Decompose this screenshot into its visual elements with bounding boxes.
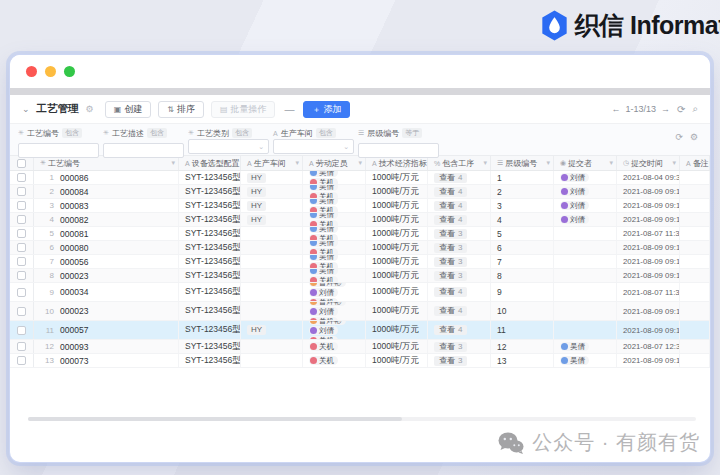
- column-header-note[interactable]: A 备注: [680, 156, 710, 170]
- filter-level-number-input[interactable]: [358, 143, 439, 158]
- select-all-checkbox[interactable]: [17, 159, 26, 168]
- table-row[interactable]: 13000073 SYT-123456型车床 关机 1000吨/万元 查看3 1…: [10, 354, 710, 368]
- row-checkbox[interactable]: [17, 201, 26, 210]
- cell-process-code[interactable]: 11000057: [34, 321, 179, 339]
- row-checkbox[interactable]: [17, 215, 26, 224]
- cell-procedures[interactable]: 查看3: [428, 241, 491, 254]
- cell-submitter[interactable]: [554, 241, 617, 254]
- view-procedures-button[interactable]: 查看4: [434, 173, 467, 183]
- column-menu-icon[interactable]: ▾: [483, 159, 487, 167]
- cell-device-config[interactable]: SYT-123456型车床: [179, 227, 241, 240]
- cell-workshop[interactable]: [241, 255, 303, 268]
- column-menu-icon[interactable]: ▾: [171, 159, 175, 167]
- cell-staff[interactable]: 吴倩关机: [303, 213, 366, 226]
- cell-submitter[interactable]: 刘倩: [554, 199, 617, 212]
- view-procedures-button[interactable]: 查看3: [434, 342, 467, 352]
- column-header-indicator[interactable]: A 技术经济指标 ▾: [366, 156, 428, 170]
- add-record-button[interactable]: ＋ 添加: [303, 101, 350, 118]
- cell-process-code[interactable]: 13000073: [34, 354, 179, 367]
- scrollbar-thumb[interactable]: [28, 417, 402, 421]
- table-row[interactable]: 11000057 SYT-123456型车床 HY 曾烨彬刘倩关机 1000吨/…: [10, 321, 710, 340]
- cell-submitter[interactable]: 刘倩: [554, 213, 617, 226]
- maximize-window-button[interactable]: [64, 66, 75, 77]
- column-menu-icon[interactable]: ▾: [609, 159, 613, 167]
- cell-device-config[interactable]: SYT-123456型车床: [179, 185, 241, 198]
- filter-operator-badge[interactable]: 包含: [147, 128, 167, 138]
- cell-device-config[interactable]: SYT-123456型车床: [179, 302, 241, 320]
- cell-staff[interactable]: 曾烨彬刘倩关机: [303, 302, 366, 320]
- cell-note[interactable]: [680, 354, 710, 367]
- cell-submitter[interactable]: 刘倩: [554, 185, 617, 198]
- cell-submit-time[interactable]: 2021-08-07 11:32:18: [617, 227, 680, 240]
- row-checkbox[interactable]: [17, 243, 26, 252]
- cell-workshop[interactable]: [241, 340, 303, 353]
- table-row[interactable]: 6000080 SYT-123456型车床 吴倩关机 1000吨/万元 查看3 …: [10, 241, 710, 255]
- filter-process-code-input[interactable]: [18, 143, 99, 158]
- view-procedures-button[interactable]: 查看3: [434, 271, 467, 281]
- cell-submitter[interactable]: 刘倩: [554, 171, 617, 184]
- cell-device-config[interactable]: SYT-123456型车床: [179, 199, 241, 212]
- view-procedures-button[interactable]: 查看3: [434, 229, 467, 239]
- cell-workshop[interactable]: HY: [241, 185, 303, 198]
- cell-staff[interactable]: 吴倩关机: [303, 227, 366, 240]
- cell-procedures[interactable]: 查看3: [428, 227, 491, 240]
- cell-note[interactable]: [680, 302, 710, 320]
- cell-submitter[interactable]: [554, 269, 617, 282]
- cell-submitter[interactable]: 吴倩: [554, 354, 617, 367]
- cell-procedures[interactable]: 查看4: [428, 199, 491, 212]
- cell-staff[interactable]: 曾烨彬刘倩关机: [303, 283, 366, 301]
- cell-workshop[interactable]: [241, 269, 303, 282]
- cell-note[interactable]: [680, 171, 710, 184]
- cell-staff[interactable]: 吴倩关机: [303, 199, 366, 212]
- cell-workshop[interactable]: HY: [241, 321, 303, 339]
- cell-level[interactable]: 3: [491, 199, 554, 212]
- row-checkbox[interactable]: [17, 187, 26, 196]
- filter-process-desc-input[interactable]: [103, 143, 184, 158]
- cell-level[interactable]: 7: [491, 255, 554, 268]
- table-row[interactable]: 5000081 SYT-123456型车床 吴倩关机 1000吨/万元 查看3 …: [10, 227, 710, 241]
- row-checkbox[interactable]: [17, 288, 26, 297]
- cell-device-config[interactable]: SYT-123456型车床: [179, 283, 241, 301]
- cell-note[interactable]: [680, 269, 710, 282]
- cell-level[interactable]: 5: [491, 227, 554, 240]
- cell-submit-time[interactable]: 2021-08-09 09:15:38: [617, 213, 680, 226]
- cell-submit-time[interactable]: 2021-08-09 09:15:53: [617, 185, 680, 198]
- cell-device-config[interactable]: SYT-123456型车床: [179, 241, 241, 254]
- row-checkbox[interactable]: [17, 257, 26, 266]
- column-menu-icon[interactable]: ▾: [295, 159, 299, 167]
- cell-process-code[interactable]: 1000086: [34, 171, 179, 184]
- cell-note[interactable]: [680, 255, 710, 268]
- cell-process-code[interactable]: 9000034: [34, 283, 179, 301]
- cell-indicator[interactable]: 1000吨/万元: [366, 340, 428, 353]
- filter-operator-badge[interactable]: 包含: [316, 128, 336, 138]
- cell-process-code[interactable]: 12000093: [34, 340, 179, 353]
- cell-process-code[interactable]: 8000023: [34, 269, 179, 282]
- cell-device-config[interactable]: SYT-123456型车床: [179, 269, 241, 282]
- cell-level[interactable]: 2: [491, 185, 554, 198]
- filter-process-category-select[interactable]: ⌄: [188, 139, 269, 154]
- cell-device-config[interactable]: SYT-123456型车床: [179, 171, 241, 184]
- table-row[interactable]: 8000023 SYT-123456型车床 吴倩关机 1000吨/万元 查看3 …: [10, 269, 710, 283]
- view-procedures-button[interactable]: 查看4: [434, 306, 467, 316]
- cell-note[interactable]: [680, 241, 710, 254]
- column-menu-icon[interactable]: ▾: [358, 159, 362, 167]
- cell-indicator[interactable]: 1000吨/万元: [366, 241, 428, 254]
- create-button[interactable]: ▣ 创建: [105, 101, 152, 118]
- cell-device-config[interactable]: SYT-123456型车床: [179, 255, 241, 268]
- cell-indicator[interactable]: 1000吨/万元: [366, 199, 428, 212]
- cell-staff[interactable]: 曾烨彬刘倩关机: [303, 321, 366, 339]
- refresh-icon[interactable]: ⟳: [677, 104, 685, 115]
- filter-workshop-select[interactable]: ⌄: [273, 139, 354, 154]
- cell-level[interactable]: 8: [491, 269, 554, 282]
- cell-staff[interactable]: 关机: [303, 340, 366, 353]
- cell-note[interactable]: [680, 185, 710, 198]
- cell-submit-time[interactable]: 2021-08-09 09:15:38: [617, 269, 680, 282]
- cell-process-code[interactable]: 5000081: [34, 227, 179, 240]
- cell-indicator[interactable]: 1000吨/万元: [366, 255, 428, 268]
- view-procedures-button[interactable]: 查看4: [434, 187, 467, 197]
- cell-process-code[interactable]: 10000023: [34, 302, 179, 320]
- view-procedures-button[interactable]: 查看3: [434, 243, 467, 253]
- table-row[interactable]: 12000093 SYT-123456型车床 关机 1000吨/万元 查看3 1…: [10, 340, 710, 354]
- next-page-icon[interactable]: →: [661, 104, 670, 114]
- cell-procedures[interactable]: 查看3: [428, 255, 491, 268]
